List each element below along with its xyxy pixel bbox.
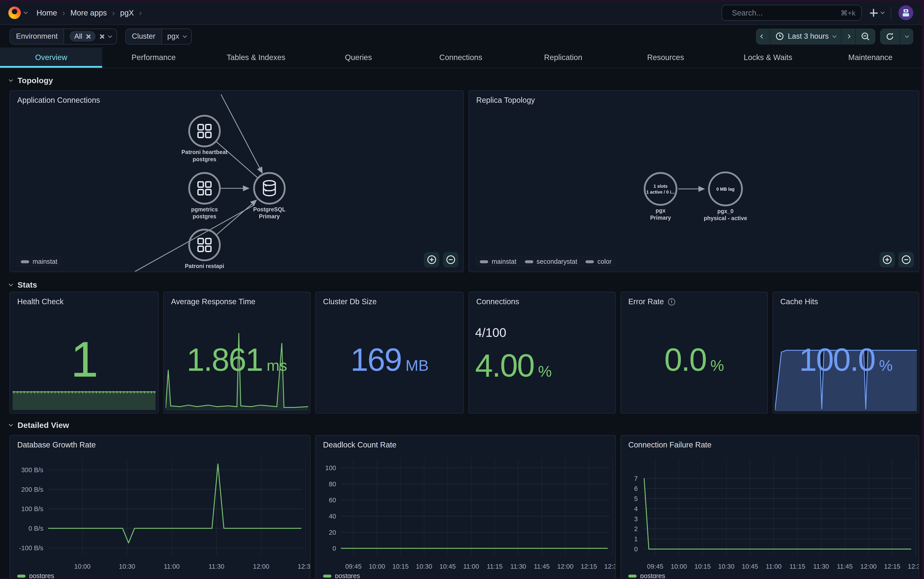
legend-item-postgres[interactable]: postgres bbox=[628, 572, 665, 578]
x-tick-label: 10:45 bbox=[742, 563, 758, 570]
node-label: postgres bbox=[192, 156, 216, 162]
tab-connections[interactable]: Connections bbox=[410, 47, 512, 68]
panel-title[interactable]: Application Connections bbox=[17, 96, 100, 105]
info-icon[interactable] bbox=[668, 298, 675, 305]
search-shortcut: ⌘+k bbox=[841, 8, 856, 17]
graph-edge bbox=[221, 95, 262, 173]
time-zoom-out-button[interactable] bbox=[856, 28, 875, 44]
dashboard-content: Topology Application Connections Patroni… bbox=[0, 69, 922, 578]
breadcrumb-item[interactable]: More apps bbox=[70, 8, 107, 17]
x-tick-label: 11:00 bbox=[766, 563, 782, 570]
node-stat-text: 1 slots bbox=[653, 184, 667, 189]
topology-node-pgmetrics[interactable]: pgmetricspostgres bbox=[189, 173, 220, 219]
section-header-topology[interactable]: Topology bbox=[10, 73, 917, 87]
topology-node-pgx-primary[interactable]: 1 slots1 active / 0 i...pgxPrimary bbox=[645, 173, 676, 221]
breadcrumb-item[interactable]: Home bbox=[37, 8, 57, 17]
add-new-button[interactable] bbox=[870, 9, 883, 16]
y-tick-label: 100 B/s bbox=[21, 505, 43, 512]
tab-resources[interactable]: Resources bbox=[614, 47, 717, 68]
search-input[interactable] bbox=[732, 8, 836, 17]
breadcrumb-item[interactable]: pgX bbox=[120, 8, 134, 17]
cluster-chevron-icon[interactable] bbox=[183, 33, 187, 37]
tab-locks-waits[interactable]: Locks & Waits bbox=[717, 47, 819, 68]
environment-filter-chip[interactable]: All bbox=[70, 31, 96, 42]
legend-item-postgres[interactable]: postgres bbox=[323, 572, 360, 578]
cluster-filter[interactable]: Cluster pgx bbox=[125, 28, 192, 44]
dashboard-tabs: OverviewPerformanceTables & IndexesQueri… bbox=[0, 47, 922, 68]
grafana-logo[interactable] bbox=[8, 7, 21, 19]
panel-title[interactable]: Average Response Time bbox=[171, 297, 256, 306]
time-range-picker[interactable]: Last 3 hours bbox=[770, 28, 841, 44]
panel-title[interactable]: Connections bbox=[476, 297, 519, 306]
y-tick-label: 80 bbox=[329, 481, 336, 488]
topology-node-postgresql-primary[interactable]: PostgreSQLPrimary bbox=[253, 173, 285, 219]
cluster-db-size-value: 169 bbox=[350, 343, 401, 375]
panel-deadlock-count-rate: Deadlock Count Rate 09:4510:0010:1510:30… bbox=[315, 435, 616, 578]
panel-title[interactable]: Connection Failure Rate bbox=[628, 440, 712, 449]
section-header-stats[interactable]: Stats bbox=[10, 278, 917, 292]
cluster-db-size-unit: MB bbox=[405, 356, 429, 375]
tab-maintenance[interactable]: Maintenance bbox=[819, 47, 922, 68]
node-label: Patroni restapi bbox=[185, 263, 224, 269]
avatar[interactable] bbox=[898, 5, 913, 20]
chip-remove-icon[interactable] bbox=[86, 34, 91, 39]
topology-node-patroni-restapi[interactable]: Patroni restapi bbox=[185, 230, 224, 269]
section-title: Topology bbox=[18, 76, 53, 85]
topology-node-patroni-heartbeat[interactable]: Patroni heartbeatpostgres bbox=[181, 116, 227, 162]
environment-chip-value: All bbox=[74, 32, 82, 41]
node-label: Primary bbox=[259, 213, 280, 219]
y-tick-label: 40 bbox=[329, 513, 336, 520]
refresh-button[interactable] bbox=[880, 28, 900, 44]
x-tick-label: 11:30 bbox=[510, 563, 526, 570]
tab-performance[interactable]: Performance bbox=[103, 47, 205, 68]
legend-item-mainstat[interactable]: mainstat bbox=[480, 258, 517, 265]
node-stat-text: 1 active / 0 i... bbox=[646, 190, 675, 195]
environment-chevron-icon[interactable] bbox=[108, 33, 112, 37]
tab-tables-indexes[interactable]: Tables & Indexes bbox=[205, 47, 307, 68]
section-header-detailed-view[interactable]: Detailed View bbox=[10, 418, 917, 432]
connections-unit: % bbox=[538, 362, 552, 381]
graph-zoom-out-button[interactable] bbox=[898, 252, 914, 267]
panel-database-growth-rate: Database Growth Rate 10:0010:3011:0011:3… bbox=[10, 435, 311, 578]
graph-zoom-in-button[interactable] bbox=[880, 252, 895, 267]
panel-title[interactable]: Cluster Db Size bbox=[323, 297, 377, 306]
graph-legend: mainstat bbox=[16, 256, 62, 267]
panel-cache-hits: Cache Hits 100.0 % bbox=[772, 292, 919, 414]
x-tick-label: 11:15 bbox=[487, 563, 503, 570]
panel-title[interactable]: Health Check bbox=[17, 297, 64, 306]
environment-clear-icon[interactable] bbox=[99, 34, 104, 39]
y-tick-label: 0 bbox=[332, 545, 336, 552]
error-rate-unit: % bbox=[710, 356, 724, 375]
panel-title[interactable]: Deadlock Count Rate bbox=[323, 440, 397, 449]
y-tick-label: 300 B/s bbox=[21, 466, 43, 474]
panel-title[interactable]: Replica Topology bbox=[476, 96, 535, 105]
legend-item-color[interactable]: color bbox=[586, 258, 612, 265]
tab-queries[interactable]: Queries bbox=[307, 47, 410, 68]
environment-filter[interactable]: Environment All bbox=[10, 28, 117, 44]
tab-overview[interactable]: Overview bbox=[0, 47, 103, 68]
time-shift-back-button[interactable] bbox=[756, 28, 770, 44]
graph-zoom-out-button[interactable] bbox=[443, 252, 458, 267]
node-label: PostgreSQL bbox=[253, 206, 285, 213]
health-check-value: 1 bbox=[70, 334, 97, 384]
refresh-interval-chevron[interactable] bbox=[900, 28, 913, 44]
panel-title[interactable]: Database Growth Rate bbox=[17, 440, 96, 449]
y-tick-label: 0 B/s bbox=[29, 525, 43, 532]
legend-item-mainstat[interactable]: mainstat bbox=[21, 258, 57, 265]
legend-item-secondarystat[interactable]: secondarystat bbox=[525, 258, 577, 265]
application-connections-graph: Patroni heartbeatpostgrespgmetricspostgr… bbox=[10, 91, 463, 272]
org-switcher-chevron-icon[interactable] bbox=[24, 10, 28, 14]
topology-node-pgx-0[interactable]: 0 MB lagpgx_0physical - active bbox=[704, 172, 747, 221]
time-range-controls: Last 3 hours bbox=[756, 28, 875, 44]
graph-edge bbox=[217, 200, 257, 235]
time-shift-forward-button[interactable] bbox=[841, 28, 856, 44]
legend-color-pill bbox=[480, 260, 488, 263]
node-label: pgx_0 bbox=[717, 208, 733, 214]
panel-title[interactable]: Cache Hits bbox=[780, 297, 818, 306]
search-box[interactable]: ⌘+k bbox=[721, 5, 862, 21]
graph-zoom-in-button[interactable] bbox=[424, 252, 440, 267]
y-tick-label: 6 bbox=[634, 485, 638, 492]
tab-replication[interactable]: Replication bbox=[512, 47, 614, 68]
x-tick-label: 09:45 bbox=[647, 563, 663, 570]
legend-item-postgres[interactable]: postgres bbox=[17, 572, 54, 578]
